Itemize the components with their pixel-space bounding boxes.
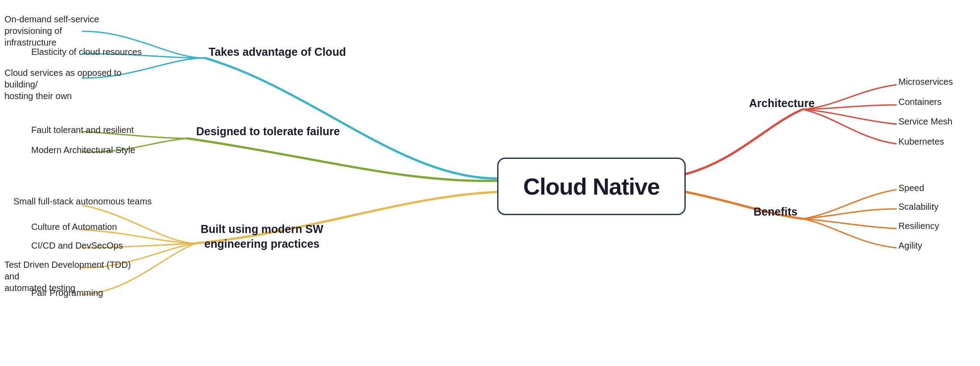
branch3-item2: Culture of Automation [31, 221, 117, 233]
branch3-main-label: Built using modern SWengineering practic… [201, 222, 323, 251]
arch-item2: Containers [898, 96, 942, 108]
arch-item4: Kubernetes [898, 136, 944, 147]
branch2-main-label: Designed to tolerate failure [196, 124, 340, 139]
benefits-item2: Scalability [898, 201, 939, 212]
branch1-main-label: Takes advantage of Cloud [209, 45, 346, 59]
benefits-item3: Resiliency [898, 220, 939, 232]
arch-main-label: Architecture [749, 96, 815, 111]
branch3-item3: CI/CD and DevSecOps [31, 240, 123, 251]
benefits-item1: Speed [898, 182, 924, 194]
center-box: Cloud Native [497, 158, 686, 215]
benefits-main-label: Benefits [754, 204, 798, 219]
branch2-item2: Modern Architectural Style [31, 144, 135, 156]
branch3-item1: Small full-stack autonomous teams [13, 195, 152, 207]
benefits-item4: Agility [898, 240, 922, 251]
branch1-item1: On-demand self-service provisioning ofin… [4, 13, 143, 48]
center-label: Cloud Native [523, 173, 660, 200]
arch-item3: Service Mesh [898, 116, 952, 127]
branch3-item5: Pair Programming [31, 287, 103, 299]
branch2-item1: Fault tolerant and resilient [31, 124, 134, 136]
arch-item1: Microservices [898, 76, 953, 87]
branch1-item2: Elasticity of cloud resources [31, 46, 142, 58]
branch1-item3: Cloud services as opposed to building/ho… [4, 67, 143, 102]
